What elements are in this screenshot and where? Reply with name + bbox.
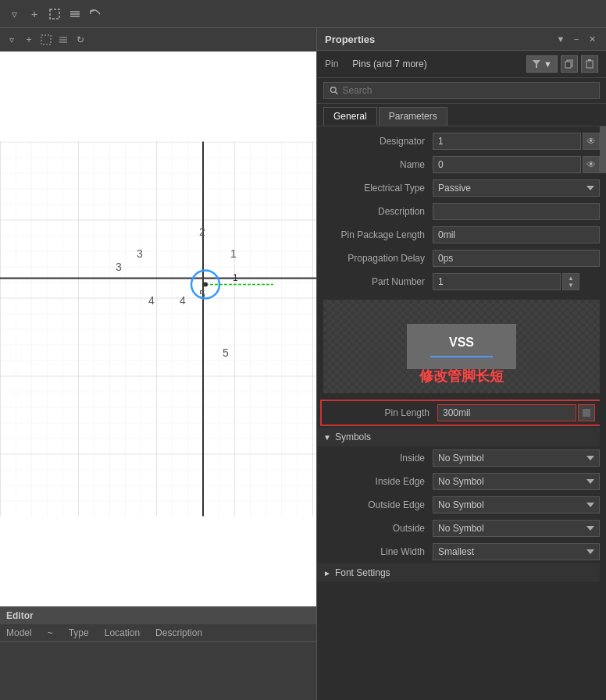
schematic-canvas[interactable]: 1 2 3 5 4 4 5 3 1 — [0, 52, 316, 606]
pin-length-row: Pin Length — [320, 400, 603, 426]
canvas-align-icon[interactable] — [56, 33, 70, 47]
component-preview: VSS 修改管脚长短 — [323, 300, 600, 393]
svg-line-31 — [335, 91, 337, 94]
pin-length-toggle[interactable] — [578, 404, 595, 421]
copy-button[interactable] — [561, 55, 578, 73]
canvas-filter-icon[interactable]: ▿ — [5, 33, 19, 47]
svg-rect-28 — [586, 61, 593, 68]
outside-row: Outside No Symbol Dot Clock — [317, 517, 606, 540]
electrical-type-label: Electrical Type — [323, 183, 433, 194]
svg-text:4: 4 — [180, 294, 186, 307]
scrollbar-thumb[interactable] — [600, 126, 606, 173]
part-number-row: Part Number ▲ ▼ — [317, 270, 606, 293]
pin-label: Pin — [325, 59, 338, 69]
description-row: Description — [317, 200, 606, 223]
electrical-type-row: Electrical Type Passive Input Output Bid… — [317, 176, 606, 200]
select-rect-icon[interactable] — [47, 6, 62, 22]
designator-eye-icon[interactable]: 👁 — [583, 133, 600, 150]
col-description[interactable]: Description — [155, 627, 202, 638]
svg-text:5: 5 — [223, 346, 229, 359]
name-eye-icon[interactable]: 👁 — [583, 156, 600, 173]
svg-text:3: 3 — [116, 261, 122, 273]
svg-text:3: 3 — [137, 247, 143, 260]
pin-value: Pins (and 7 more) — [352, 59, 520, 69]
electrical-type-select[interactable]: Passive Input Output Bidirectional Power — [433, 179, 600, 197]
col-location[interactable]: Location — [105, 627, 140, 638]
svg-text:1: 1 — [233, 272, 238, 283]
font-settings-section-header[interactable]: ► Font Settings — [317, 563, 606, 582]
inside-select[interactable]: No Symbol Dot Clock — [433, 449, 600, 467]
properties-panel: Properties ▼ − ✕ Pin Pins (and 7 more) ▼ — [316, 28, 606, 700]
name-label: Name — [323, 159, 433, 170]
triangle-down-icon[interactable]: ▼ — [554, 33, 567, 45]
svg-text:2: 2 — [199, 226, 205, 238]
filter-icon[interactable]: ▿ — [6, 6, 22, 22]
description-input[interactable] — [433, 203, 600, 220]
search-input-wrap[interactable] — [323, 82, 600, 99]
svg-rect-10 — [0, 142, 316, 517]
close-icon[interactable]: ✕ — [586, 33, 598, 45]
main-area: ▿ + ↻ — [0, 28, 606, 700]
line-width-select[interactable]: Smallest Small Medium Large — [433, 543, 600, 560]
inside-row: Inside No Symbol Dot Clock — [317, 446, 606, 470]
designator-input[interactable] — [433, 133, 581, 150]
font-settings-toggle-icon: ► — [323, 569, 331, 577]
pin-package-length-row: Pin Package Length — [317, 223, 606, 247]
editor-panel: Editor Model ~ Type Location Description — [0, 606, 316, 700]
add-icon[interactable]: + — [27, 6, 42, 22]
editor-title: Editor — [0, 607, 316, 624]
rotate-icon[interactable] — [87, 6, 103, 22]
editor-columns: Model ~ Type Location Description — [0, 624, 316, 642]
col-model[interactable]: Model — [6, 627, 32, 638]
canvas-toolbar: ▿ + ↻ — [0, 28, 316, 52]
inside-label: Inside — [323, 453, 433, 464]
col-sep: ~ — [48, 627, 53, 638]
svg-rect-36 — [583, 409, 590, 417]
canvas-select-icon[interactable] — [39, 33, 53, 47]
svg-marker-25 — [533, 60, 540, 68]
canvas-add-icon[interactable]: + — [22, 33, 36, 47]
minimize-icon[interactable]: − — [570, 33, 583, 45]
tab-general[interactable]: General — [323, 107, 377, 126]
svg-text:1: 1 — [230, 247, 237, 260]
symbols-toggle-icon: ▼ — [323, 433, 331, 442]
properties-title: Properties — [325, 34, 375, 45]
symbols-section-label: Symbols — [335, 432, 371, 442]
properties-content: Designator 👁 Name 👁 Electrical Type Pass… — [317, 126, 606, 700]
search-bar — [317, 78, 606, 104]
outside-edge-label: Outside Edge — [323, 499, 433, 510]
pin-package-length-label: Pin Package Length — [323, 229, 433, 240]
pin-length-label: Pin Length — [328, 407, 437, 418]
tabs-row: General Parameters — [317, 104, 606, 126]
inside-edge-select[interactable]: No Symbol Dot Clock — [433, 473, 600, 490]
part-number-label: Part Number — [323, 276, 433, 287]
canvas-rotate-icon[interactable]: ↻ — [73, 33, 87, 47]
pin-package-length-input[interactable] — [433, 226, 600, 243]
part-number-spinner[interactable]: ▲ ▼ — [562, 273, 579, 290]
pin-length-input[interactable] — [437, 404, 576, 421]
search-icon — [330, 86, 338, 95]
outside-select[interactable]: No Symbol Dot Clock — [433, 520, 600, 537]
propagation-delay-input[interactable] — [433, 250, 600, 267]
align-icon[interactable] — [67, 6, 83, 22]
part-number-input[interactable] — [433, 273, 561, 290]
propagation-delay-row: Propagation Delay — [317, 247, 606, 270]
scrollbar-track[interactable] — [600, 126, 606, 700]
line-width-row: Line Width Smallest Small Medium Large — [317, 540, 606, 563]
pin-row: Pin Pins (and 7 more) ▼ — [317, 51, 606, 78]
paste-button[interactable] — [581, 55, 598, 73]
main-toolbar: ▿ + — [0, 0, 606, 28]
designator-row: Designator 👁 — [317, 130, 606, 153]
name-input[interactable] — [433, 156, 581, 173]
filter-button[interactable]: ▼ — [526, 55, 558, 73]
svg-rect-27 — [565, 62, 571, 68]
svg-text:4: 4 — [148, 294, 155, 307]
properties-header: Properties ▼ − ✕ — [317, 28, 606, 51]
outside-edge-select[interactable]: No Symbol Dot Clock — [433, 496, 600, 513]
tab-parameters[interactable]: Parameters — [379, 107, 447, 126]
description-label: Description — [323, 206, 433, 217]
col-type[interactable]: Type — [69, 627, 89, 638]
symbols-section-header[interactable]: ▼ Symbols — [317, 428, 606, 446]
search-input[interactable] — [342, 85, 594, 96]
svg-rect-4 — [41, 35, 51, 44]
